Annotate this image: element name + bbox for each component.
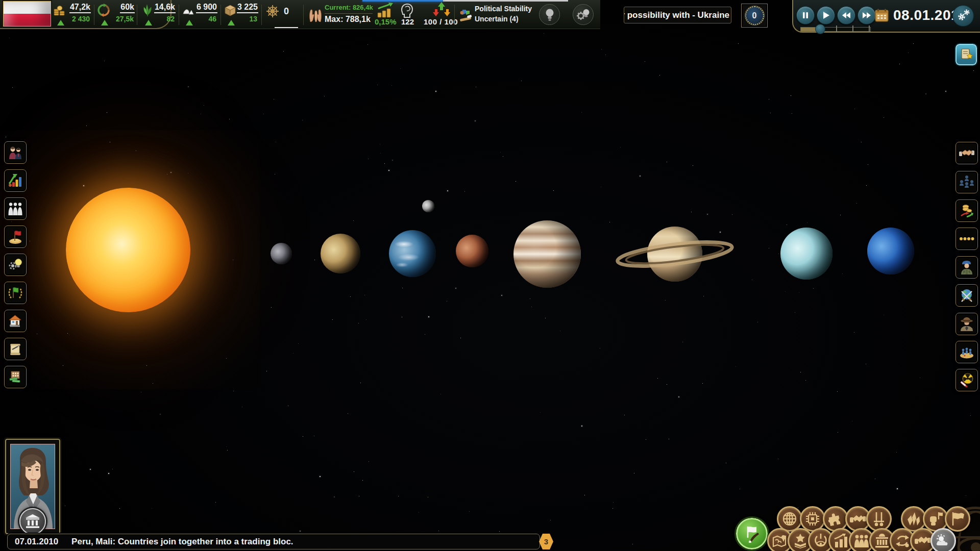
sidebar-research[interactable] — [4, 254, 27, 276]
mapmode-weather[interactable] — [930, 528, 956, 551]
play-button[interactable] — [817, 6, 835, 24]
star — [800, 372, 801, 372]
mapmode-claims[interactable] — [945, 506, 970, 532]
star — [469, 511, 470, 512]
star — [791, 95, 791, 96]
industrial-goods-trend-up-icon — [228, 20, 235, 26]
sidebar-more-actions[interactable] — [955, 228, 978, 250]
poland-flag[interactable] — [3, 1, 51, 27]
sidebar-wars[interactable] — [955, 284, 978, 307]
workforce-indicator[interactable]: Current: 826,4k Max: 788,1k — [308, 0, 374, 29]
laurel-flag-icon — [8, 286, 23, 300]
research-points-indicator[interactable]: 122 — [394, 0, 422, 29]
saturn-rings — [614, 231, 736, 277]
star — [707, 214, 708, 215]
star — [65, 506, 65, 506]
star — [90, 469, 91, 470]
sidebar-diplomacy[interactable] — [955, 142, 978, 164]
star — [854, 109, 855, 109]
star — [6, 137, 6, 137]
star — [12, 87, 13, 88]
star — [908, 53, 909, 53]
star — [67, 333, 68, 334]
star — [884, 315, 884, 315]
star — [233, 391, 234, 391]
slow-down-button[interactable] — [837, 6, 855, 24]
star — [884, 117, 884, 118]
sidebar-laws[interactable] — [4, 338, 27, 360]
star — [530, 298, 530, 299]
resource-agriculture[interactable]: 14,6k 82 — [141, 0, 176, 29]
mapmode-alliances[interactable] — [823, 506, 848, 532]
star — [769, 248, 769, 248]
star — [428, 497, 428, 497]
sidebar-espionage[interactable] — [955, 313, 978, 335]
earth-clouds — [389, 230, 436, 277]
sidebar-government[interactable] — [4, 141, 27, 164]
sidebar-infrastructure[interactable] — [4, 310, 27, 332]
star — [669, 439, 669, 439]
workforce-current: Current: 826,4k — [325, 4, 373, 11]
news-count: 3 — [544, 537, 548, 546]
political-stability-indicator[interactable]: Political Stability Uncertain (4) — [458, 0, 535, 29]
speed-up-button[interactable] — [857, 6, 876, 24]
star — [691, 212, 692, 212]
objectives-button[interactable] — [955, 44, 977, 65]
handshake-icon — [915, 535, 931, 547]
political-stability-icon — [458, 8, 474, 22]
sidebar-trade[interactable] — [955, 199, 978, 222]
star — [752, 280, 752, 280]
resource-industrial-goods[interactable]: 3 225 13 — [224, 0, 258, 29]
mapmode-wars[interactable] — [866, 506, 892, 532]
people-icon — [854, 534, 869, 547]
star — [970, 415, 971, 416]
sidebar-army[interactable] — [955, 256, 978, 279]
sidebar-national-goals[interactable] — [4, 282, 27, 304]
star — [167, 174, 167, 174]
star — [798, 508, 798, 508]
sidebar-nuclear[interactable] — [955, 369, 978, 391]
star — [866, 364, 866, 364]
star — [419, 512, 419, 513]
research-progress-bar — [362, 0, 568, 2]
swords-icon — [872, 511, 886, 527]
settings-button[interactable] — [952, 5, 974, 27]
sidebar-organizations[interactable] — [955, 171, 978, 193]
event-ticker[interactable]: r possibility with - Ukraine — [624, 7, 731, 23]
pending-actions-button[interactable]: 0 — [741, 4, 768, 28]
more-dots-icon — [959, 237, 974, 241]
sidebar-budget[interactable] — [4, 366, 27, 388]
star — [153, 383, 153, 384]
solar-system-map[interactable] — [0, 0, 980, 551]
sidebar-regions[interactable] — [4, 226, 27, 248]
star — [37, 334, 37, 334]
sidebar-population[interactable] — [4, 197, 27, 220]
star — [353, 220, 354, 221]
resource-naval-transport[interactable]: 0 — [265, 0, 301, 29]
approval-indicator[interactable]: 100 / 100 — [423, 0, 461, 29]
sidebar-operations[interactable] — [955, 341, 978, 363]
star — [160, 414, 161, 415]
mapmode-painting-button[interactable] — [736, 518, 768, 549]
sidebar-economy[interactable] — [4, 169, 27, 192]
star — [736, 366, 736, 367]
news-ticker[interactable]: 07.01.2010 Peru, Mali: Countries join to… — [7, 534, 540, 549]
pause-button[interactable] — [796, 6, 815, 24]
flag-brush-icon — [743, 524, 761, 543]
government-badge[interactable] — [19, 508, 46, 535]
resource-recycling[interactable]: 60k 27,5k — [97, 0, 135, 29]
star — [973, 70, 974, 71]
resource-money[interactable]: 47,2k 2 430 — [53, 0, 91, 29]
map-pin-icon — [772, 534, 788, 548]
star — [875, 479, 875, 479]
handshake-icon — [959, 147, 974, 159]
star — [795, 312, 795, 313]
resource-raw-materials[interactable]: 6 900 46 — [182, 0, 217, 29]
research-gear-bulb-icon — [8, 258, 23, 272]
game-speed-handle[interactable] — [815, 24, 825, 34]
pause-icon — [802, 12, 808, 19]
game-speed-slider[interactable] — [800, 27, 871, 32]
ideas-button[interactable] — [539, 4, 560, 25]
innovations-button[interactable] — [573, 4, 594, 25]
settings-gears-icon — [955, 8, 971, 23]
